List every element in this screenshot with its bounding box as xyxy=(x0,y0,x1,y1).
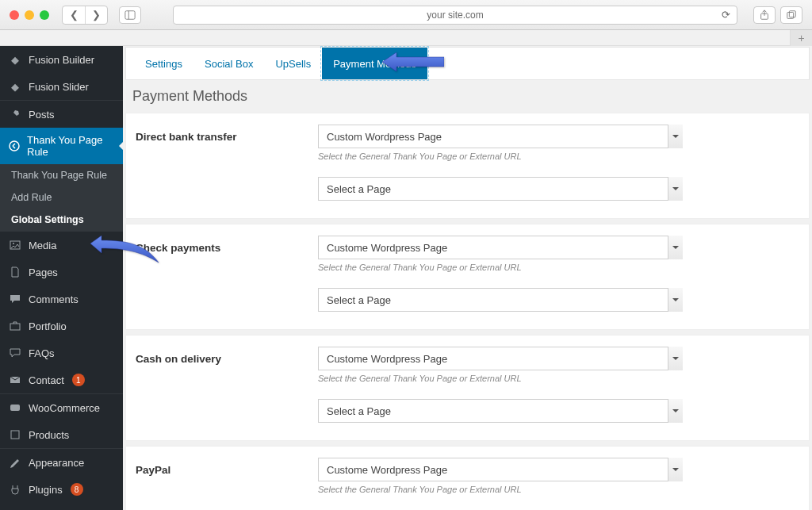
sidebar-label: Portfolio xyxy=(29,320,67,332)
section-label: Cash on delivery xyxy=(136,347,286,365)
comments-icon xyxy=(8,292,22,306)
products-icon xyxy=(8,428,22,442)
settings-tabs: Settings Social Box UpSells Payment Meth… xyxy=(125,47,810,80)
portfolio-icon xyxy=(8,319,22,333)
sidebar-item-plugins[interactable]: Plugins 8 xyxy=(0,476,123,503)
bank-page-type-select[interactable]: Custom Wordpress Page xyxy=(318,125,683,148)
submenu-global-settings[interactable]: Global Settings xyxy=(0,209,123,231)
sidebar-item-pages[interactable]: Pages xyxy=(0,259,123,286)
appearance-icon xyxy=(8,455,22,470)
svg-rect-0 xyxy=(125,10,135,19)
maximize-window-button[interactable] xyxy=(40,10,49,20)
sidebar-item-users[interactable]: Users xyxy=(0,503,123,510)
svg-rect-10 xyxy=(10,405,20,411)
submenu-thank-you-rule[interactable]: Thank You Page Rule xyxy=(0,164,123,186)
browser-tabstrip: + xyxy=(0,30,812,46)
section-label: Direct bank transfer xyxy=(136,125,286,143)
sidebar-item-comments[interactable]: Comments xyxy=(0,286,123,313)
check-page-type-select[interactable]: Custome Wordpress Page xyxy=(318,236,683,259)
forward-button[interactable]: ❯ xyxy=(85,6,107,24)
sidebar-item-portfolio[interactable]: Portfolio xyxy=(0,313,123,339)
sidebar-label: Products xyxy=(29,429,69,441)
sidebar-label: Media xyxy=(29,240,56,251)
minimize-window-button[interactable] xyxy=(25,10,34,20)
admin-sidebar: ◆ Fusion Builder ◆ Fusion Slider Posts T… xyxy=(0,46,123,510)
sidebar-icon xyxy=(124,10,136,21)
submenu-add-rule[interactable]: Add Rule xyxy=(0,186,123,209)
section-cash-on-delivery: Cash on delivery Custome Wordpress Page … xyxy=(125,335,810,441)
tab-payment-methods[interactable]: Payment Methods xyxy=(322,48,427,79)
contact-badge: 1 xyxy=(72,374,85,386)
fusion-builder-icon: ◆ xyxy=(8,52,22,67)
sidebar-label: Contact xyxy=(29,374,64,386)
svg-rect-8 xyxy=(10,324,20,330)
new-tab-button[interactable]: + xyxy=(790,30,812,46)
sidebar-item-thank-you-rule[interactable]: Thank You Page Rule xyxy=(0,128,123,164)
sidebar-item-fusion-slider[interactable]: ◆ Fusion Slider xyxy=(0,73,123,100)
tab-settings[interactable]: Settings xyxy=(134,48,193,79)
sidebar-label: Fusion Builder xyxy=(29,54,94,66)
svg-point-7 xyxy=(13,243,14,244)
plugins-icon xyxy=(8,482,22,497)
help-text: Select the General Thank You Page or Ext… xyxy=(318,485,683,494)
address-bar[interactable]: your site.com ⟳ xyxy=(173,6,737,25)
reload-button[interactable]: ⟳ xyxy=(722,9,730,21)
sidebar-label: Posts xyxy=(29,109,55,121)
sidebar-item-woocommerce[interactable]: WooCommerce xyxy=(0,393,123,421)
section-label: Check payments xyxy=(136,236,286,254)
cod-page-type-select[interactable]: Custome Wordpress Page xyxy=(318,347,683,370)
pin-icon xyxy=(8,107,22,121)
tabs-icon xyxy=(786,10,797,21)
sidebar-item-posts[interactable]: Posts xyxy=(0,100,123,128)
thank-you-icon xyxy=(8,139,21,153)
sidebar-label: FAQs xyxy=(29,347,55,359)
address-text: your site.com xyxy=(427,10,483,21)
media-icon xyxy=(8,238,22,252)
sidebar-item-products[interactable]: Products xyxy=(0,421,123,448)
sidebar-item-appearance[interactable]: Appearance xyxy=(0,448,123,476)
bank-page-select[interactable]: Select a Page xyxy=(318,177,683,201)
section-label: PayPal xyxy=(136,458,286,476)
browser-toolbar: ❮ ❯ your site.com ⟳ xyxy=(0,0,812,30)
back-button[interactable]: ❮ xyxy=(63,6,85,24)
sidebar-submenu: Thank You Page Rule Add Rule Global Sett… xyxy=(0,164,123,231)
sidebar-label: Comments xyxy=(29,293,79,305)
pages-icon xyxy=(8,265,22,279)
help-text: Select the General Thank You Page or Ext… xyxy=(318,374,683,383)
sidebar-label: Fusion Slider xyxy=(29,81,89,93)
sidebar-label: Plugins xyxy=(29,484,63,496)
tab-social-box[interactable]: Social Box xyxy=(193,48,264,79)
sidebar-label: Thank You Page Rule xyxy=(27,134,115,158)
section-check-payments: Check payments Custome Wordpress Page Se… xyxy=(125,224,810,330)
svg-rect-11 xyxy=(11,431,19,439)
share-icon xyxy=(759,10,770,21)
sidebar-item-media[interactable]: Media xyxy=(0,231,123,259)
sidebar-label: Pages xyxy=(29,267,58,278)
sidebar-label: Appearance xyxy=(29,457,84,469)
window-controls xyxy=(10,10,49,20)
paypal-page-type-select[interactable]: Custome Wordpress Page xyxy=(318,458,683,481)
sidebar-item-fusion-builder[interactable]: ◆ Fusion Builder xyxy=(0,46,123,73)
sidebar-item-contact[interactable]: Contact 1 xyxy=(0,366,123,393)
cod-page-select[interactable]: Select a Page xyxy=(318,399,683,423)
help-text: Select the General Thank You Page or Ext… xyxy=(318,151,683,161)
section-bank-transfer: Direct bank transfer Custom Wordpress Pa… xyxy=(125,113,810,219)
svg-point-5 xyxy=(10,141,19,151)
sidebar-toggle-button[interactable] xyxy=(119,6,141,24)
plugins-badge: 8 xyxy=(71,483,83,496)
tab-upsells[interactable]: UpSells xyxy=(264,48,322,79)
tabs-button[interactable] xyxy=(780,6,802,24)
svg-rect-4 xyxy=(789,10,795,17)
check-page-select[interactable]: Select a Page xyxy=(318,288,683,312)
nav-buttons: ❮ ❯ xyxy=(62,6,108,25)
sidebar-item-faqs[interactable]: FAQs xyxy=(0,339,123,366)
sidebar-label: WooCommerce xyxy=(29,402,100,414)
content-area: Settings Social Box UpSells Payment Meth… xyxy=(123,46,812,510)
share-button[interactable] xyxy=(753,6,776,24)
woocommerce-icon xyxy=(8,401,22,415)
fusion-slider-icon: ◆ xyxy=(8,79,22,94)
close-window-button[interactable] xyxy=(10,10,19,20)
svg-rect-3 xyxy=(787,12,794,18)
faqs-icon xyxy=(8,346,22,360)
help-text: Select the General Thank You Page or Ext… xyxy=(318,263,683,272)
